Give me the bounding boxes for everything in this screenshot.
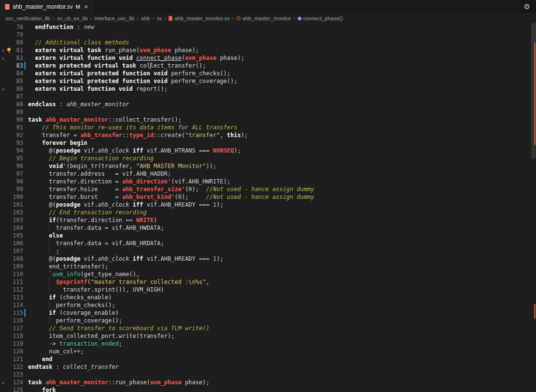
code-line[interactable]: 114 perform_checks();: [0, 301, 536, 309]
code-line[interactable]: 119 -> transaction_ended;: [0, 340, 536, 348]
line-number[interactable]: 100: [13, 193, 23, 201]
line-number[interactable]: 114: [13, 301, 23, 309]
line-number[interactable]: 80: [13, 39, 23, 46]
line-number[interactable]: 120: [13, 348, 23, 355]
breadcrumb-item[interactable]: ahb_master_monitor: [242, 15, 292, 21]
code-line[interactable]: 118 item_collected_port.write(transfer);: [0, 332, 536, 340]
line-number[interactable]: 101: [13, 201, 23, 209]
editor[interactable]: 78 endfunction : new7980 // Additional c…: [0, 23, 536, 392]
line-number[interactable]: 98: [13, 178, 23, 185]
code-line[interactable]: 111 $psprintf("master transfer collected…: [0, 278, 536, 286]
line-number[interactable]: 99: [13, 185, 23, 193]
code-line[interactable]: 94 @(posedge vif.ahb_clock iff vif.AHB_H…: [0, 147, 536, 154]
code-line[interactable]: 80 // Additional class methods: [0, 39, 536, 46]
line-number[interactable]: 110: [13, 270, 23, 278]
line-number[interactable]: 106: [13, 239, 23, 247]
code-line[interactable]: 105 else: [0, 232, 536, 239]
code-line[interactable]: 110 `uvm_info(get_type_name(),: [0, 270, 536, 278]
line-number[interactable]: 105: [13, 232, 23, 239]
code-line[interactable]: 121 end: [0, 355, 536, 363]
breadcrumb-item[interactable]: ahb: [141, 15, 150, 21]
line-number[interactable]: 94: [13, 147, 23, 154]
lightbulb-icon[interactable]: [6, 46, 13, 54]
breadcrumb-item[interactable]: sv: [156, 15, 162, 21]
code-line[interactable]: 101 @(posedge vif.ahb_clock iff vif.AHB_…: [0, 201, 536, 209]
line-number[interactable]: 118: [13, 332, 23, 340]
code-line[interactable]: 122endtask : collect_transfer: [0, 363, 536, 371]
code-line[interactable]: 116 perform_coverage();: [0, 317, 536, 324]
line-number[interactable]: 112: [13, 286, 23, 294]
line-number[interactable]: 81: [13, 46, 23, 54]
code-line[interactable]: 100 transfer.burst = ahb_burst_kind'(0);…: [0, 193, 536, 201]
code-line[interactable]: 93 forever begin: [0, 139, 536, 147]
code-line[interactable]: 108 @(posedge vif.ahb_clock iff vif.AHB_…: [0, 255, 536, 263]
tab-close-icon[interactable]: ×: [84, 3, 88, 10]
code-line[interactable]: 90task ahb_master_monitor::collect_trans…: [0, 116, 536, 124]
tab-ahb-master-monitor[interactable]: ahb_master_monitor.sv M ×: [0, 0, 94, 13]
code-line[interactable]: 115 if (coverage_enable): [0, 309, 536, 317]
line-number[interactable]: 93: [13, 139, 23, 147]
line-number[interactable]: 116: [13, 317, 23, 324]
line-number[interactable]: 123: [13, 371, 23, 378]
line-number[interactable]: 82: [13, 54, 23, 62]
line-number[interactable]: 117: [13, 324, 23, 332]
line-number[interactable]: 122: [13, 363, 23, 371]
code-line[interactable]: 104 transfer.data = vif.AHB_HWDATA;: [0, 224, 536, 232]
code-line[interactable]: 120 num_col++;: [0, 348, 536, 355]
code-line[interactable]: 106 transfer.data = vif.AHB_HRDATA;: [0, 239, 536, 247]
line-number[interactable]: 108: [13, 255, 23, 263]
line-number[interactable]: 92: [13, 131, 23, 139]
line-number[interactable]: 85: [13, 77, 23, 85]
line-number[interactable]: 84: [13, 70, 23, 77]
code-line[interactable]: 117 // Send transfer to scoreboard via T…: [0, 324, 536, 332]
line-number[interactable]: 103: [13, 216, 23, 224]
scrollbar-thumb[interactable]: [531, 23, 536, 158]
code-line[interactable]: 87: [0, 93, 536, 100]
scrollbar[interactable]: [531, 23, 536, 392]
line-number[interactable]: 83: [13, 62, 23, 70]
code-line[interactable]: 88endclass : ahb_master_monitor: [0, 100, 536, 108]
line-number[interactable]: 78: [13, 23, 23, 31]
code-line[interactable]: △124task ahb_master_monitor::run_phase(u…: [0, 378, 536, 386]
breadcrumb-item[interactable]: connect_phase(): [303, 15, 343, 21]
settings-gear-icon[interactable]: ⚙: [518, 2, 536, 11]
line-number[interactable]: 121: [13, 355, 23, 363]
line-number[interactable]: 90: [13, 116, 23, 124]
line-number[interactable]: 115: [13, 309, 23, 317]
code-line[interactable]: 99 transfer.hsize = ahb_transfer_size'(0…: [0, 185, 536, 193]
line-number[interactable]: 104: [13, 224, 23, 232]
code-line[interactable]: 97 transfer.address = vif.AHB_HADDR;: [0, 170, 536, 178]
breadcrumb-item[interactable]: interface_uvc_lib: [94, 15, 135, 21]
line-number[interactable]: 79: [13, 31, 23, 39]
line-number[interactable]: 96: [13, 162, 23, 170]
code-line[interactable]: △81 extern virtual task run_phase(uvm_ph…: [0, 46, 536, 54]
code-line[interactable]: 95 // Begin transaction recording: [0, 154, 536, 162]
code-line[interactable]: 89: [0, 108, 536, 116]
line-number[interactable]: 107: [13, 247, 23, 255]
code-line[interactable]: 102 // End transaction recording: [0, 209, 536, 216]
line-number[interactable]: 111: [13, 278, 23, 286]
line-number[interactable]: 89: [13, 108, 23, 116]
code-line[interactable]: 98 transfer.direction = ahb_direction'(v…: [0, 178, 536, 185]
line-number[interactable]: 125: [13, 386, 23, 392]
code-line[interactable]: 83 extern protected virtual task collect…: [0, 62, 536, 70]
code-line[interactable]: 78 endfunction : new: [0, 23, 536, 31]
line-number[interactable]: 97: [13, 170, 23, 178]
code-line[interactable]: 109 end_tr(transfer);: [0, 263, 536, 270]
line-number[interactable]: 87: [13, 93, 23, 100]
code-line[interactable]: △82 extern virtual function void connect…: [0, 54, 536, 62]
line-number[interactable]: 113: [13, 294, 23, 301]
breadcrumb-item[interactable]: soc_verification_lib: [5, 15, 51, 21]
line-number[interactable]: 86: [13, 85, 23, 93]
line-number[interactable]: 95: [13, 154, 23, 162]
code-line[interactable]: △86 extern virtual function void report(…: [0, 85, 536, 93]
line-number[interactable]: 109: [13, 263, 23, 270]
code-line[interactable]: 107 ;: [0, 247, 536, 255]
breadcrumb-item[interactable]: ahb_master_monitor.sv: [174, 15, 230, 21]
code-line[interactable]: 96 void'(begin_tr(transfer, "AHB MASTER …: [0, 162, 536, 170]
code-line[interactable]: 123: [0, 371, 536, 378]
code-line[interactable]: 103 if(transfer.direction == WRITE): [0, 216, 536, 224]
code-line[interactable]: 91 // This monitor re-uses its data item…: [0, 124, 536, 131]
line-number[interactable]: 91: [13, 124, 23, 131]
code-line[interactable]: 112 transfer.sprint()), UVM_HIGH): [0, 286, 536, 294]
